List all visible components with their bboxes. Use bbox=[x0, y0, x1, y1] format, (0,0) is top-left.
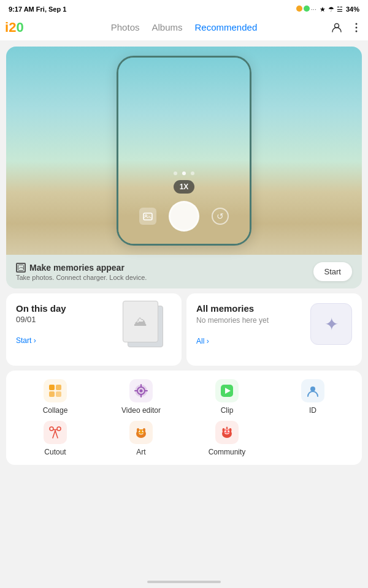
svg-point-3 bbox=[356, 31, 358, 32]
more-icon[interactable] bbox=[350, 21, 363, 34]
svg-point-1 bbox=[356, 23, 358, 25]
tool-collage[interactable]: Collage bbox=[12, 379, 98, 415]
video-editor-icon-wrap bbox=[129, 379, 153, 402]
notification-dots: ··· bbox=[296, 6, 316, 13]
svg-point-13 bbox=[140, 390, 143, 393]
all-memories-thumb: ✦ bbox=[310, 303, 352, 345]
on-this-day-date: 09/01 bbox=[16, 315, 66, 324]
photo-stack: ⛰ bbox=[123, 301, 166, 350]
dot-2 bbox=[182, 172, 186, 175]
bottom-bar bbox=[147, 581, 221, 583]
dot-orange bbox=[296, 6, 302, 12]
hero-title: Make memories appear bbox=[16, 263, 147, 273]
tools-grid: Collage Video editor Clip ID bbox=[12, 379, 356, 456]
tab-photos[interactable]: Photos bbox=[111, 22, 140, 34]
hero-subtitle: Take photos. Connect charger. Lock devic… bbox=[16, 274, 147, 281]
phone-mockup: 1X ↺ bbox=[117, 56, 251, 246]
svg-point-37 bbox=[223, 428, 225, 432]
svg-rect-9 bbox=[49, 391, 55, 397]
svg-point-20 bbox=[310, 386, 315, 391]
battery-indicator: 34% bbox=[346, 6, 359, 13]
nav-right bbox=[330, 21, 363, 34]
zoom-indicator[interactable]: 1X bbox=[174, 180, 195, 194]
svg-point-38 bbox=[229, 428, 232, 432]
dot-3 bbox=[191, 172, 194, 175]
app-logo: i20 bbox=[5, 20, 24, 36]
svg-marker-36 bbox=[226, 426, 228, 429]
svg-point-21 bbox=[50, 427, 53, 431]
tool-community[interactable]: Community bbox=[184, 421, 270, 456]
svg-point-31 bbox=[143, 428, 145, 432]
all-memories-link[interactable]: All › bbox=[196, 337, 209, 345]
photo-frame-front: ⛰ bbox=[123, 301, 158, 342]
on-this-day-thumb: ⛰ bbox=[123, 301, 172, 356]
svg-rect-10 bbox=[56, 391, 61, 397]
cutout-icon-wrap bbox=[44, 421, 67, 444]
logo-2: 2 bbox=[9, 20, 16, 35]
camera-controls: ↺ bbox=[139, 201, 229, 232]
rotate-camera-icon[interactable]: ↺ bbox=[212, 208, 229, 225]
mountain-icon: ⛰ bbox=[134, 314, 147, 330]
hero-image-area: 1X ↺ bbox=[6, 47, 362, 255]
svg-line-25 bbox=[55, 431, 58, 438]
cutout-label: Cutout bbox=[44, 448, 66, 456]
tool-video-editor[interactable]: Video editor bbox=[98, 379, 184, 415]
profile-icon[interactable] bbox=[330, 21, 343, 34]
nav-tabs: Photos Albums Recommended bbox=[111, 22, 257, 34]
art-label: Art bbox=[136, 448, 145, 456]
status-icons: ★ ☂ ☱ bbox=[320, 6, 343, 13]
dots-row bbox=[174, 172, 194, 175]
on-this-day-content: On this day 09/01 Start › bbox=[16, 303, 66, 345]
svg-rect-4 bbox=[144, 213, 152, 220]
dot-1 bbox=[174, 172, 177, 175]
hero-card: 1X ↺ bbox=[6, 47, 362, 288]
logo-0: 0 bbox=[16, 20, 23, 35]
start-button[interactable]: Start bbox=[313, 262, 352, 281]
status-right: ··· ★ ☂ ☱ 34% bbox=[296, 6, 359, 13]
community-icon-wrap bbox=[215, 421, 239, 444]
tool-art[interactable]: Art bbox=[98, 421, 184, 456]
id-icon-wrap bbox=[301, 379, 324, 402]
id-label: ID bbox=[309, 406, 316, 415]
svg-point-22 bbox=[57, 427, 61, 431]
all-memories-content: All memories No memories here yet All › bbox=[196, 303, 269, 346]
status-time: 9:17 AM Fri, Sep 1 bbox=[9, 6, 66, 13]
collage-label: Collage bbox=[43, 406, 68, 415]
sparkle-icon: ✦ bbox=[324, 314, 339, 334]
on-this-day-link[interactable]: Start › bbox=[16, 336, 36, 345]
dot-more: ··· bbox=[311, 6, 316, 13]
tool-cutout[interactable]: Cutout bbox=[12, 421, 98, 456]
clip-label: Clip bbox=[221, 406, 234, 415]
tools-card: Collage Video editor Clip ID bbox=[6, 371, 362, 465]
collage-icon-wrap bbox=[44, 379, 67, 402]
all-memories-title: All memories bbox=[196, 303, 269, 314]
all-memories-card: All memories No memories here yet All › … bbox=[186, 293, 362, 366]
video-editor-label: Video editor bbox=[121, 406, 161, 415]
status-bar: 9:17 AM Fri, Sep 1 ··· ★ ☂ ☱ 34% bbox=[0, 0, 368, 17]
phone-screen: 1X ↺ bbox=[118, 58, 250, 244]
community-label: Community bbox=[209, 448, 246, 456]
art-icon-wrap bbox=[129, 421, 153, 444]
tool-clip[interactable]: Clip bbox=[184, 379, 270, 415]
all-memories-status: No memories here yet bbox=[196, 316, 269, 325]
tab-albums[interactable]: Albums bbox=[151, 22, 182, 34]
signal-icon: ☱ bbox=[337, 6, 343, 13]
shutter-button[interactable] bbox=[169, 201, 199, 232]
tool-id[interactable]: ID bbox=[270, 379, 356, 415]
svg-line-24 bbox=[53, 431, 55, 438]
hero-footer: Make memories appear Take photos. Connec… bbox=[6, 255, 362, 288]
on-this-day-card: On this day 09/01 Start › ⛰ bbox=[6, 293, 182, 366]
svg-point-30 bbox=[137, 428, 139, 432]
svg-rect-8 bbox=[56, 385, 61, 390]
svg-point-2 bbox=[356, 27, 358, 29]
memories-icon-small bbox=[16, 263, 26, 273]
clip-icon-wrap bbox=[215, 379, 239, 402]
tab-recommended[interactable]: Recommended bbox=[195, 22, 258, 34]
wifi-icon: ☂ bbox=[328, 6, 334, 13]
hero-footer-text: Make memories appear Take photos. Connec… bbox=[16, 263, 147, 281]
dot-green bbox=[304, 6, 310, 12]
svg-rect-7 bbox=[49, 385, 55, 390]
cards-row: On this day 09/01 Start › ⛰ All memories… bbox=[6, 293, 362, 366]
gallery-icon[interactable] bbox=[139, 208, 156, 225]
on-this-day-title: On this day bbox=[16, 303, 66, 314]
